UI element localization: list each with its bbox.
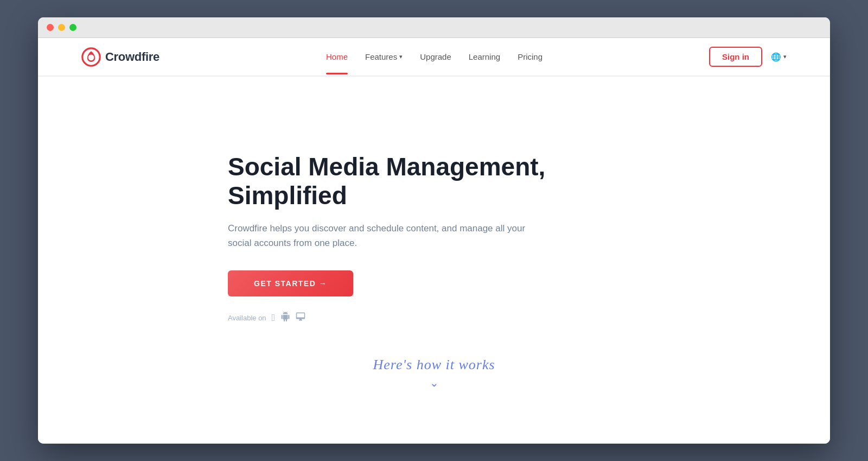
- logo-icon: [81, 47, 101, 67]
- nav-item-learning[interactable]: Learning: [469, 52, 500, 62]
- nav-link-pricing[interactable]: Pricing: [518, 52, 542, 61]
- desktop-icon: [296, 312, 305, 324]
- browser-window: Crowdfire Home Features ▾ Upgrade Learni…: [38, 17, 830, 443]
- sign-in-button[interactable]: Sign in: [709, 47, 762, 67]
- traffic-light-yellow[interactable]: [58, 24, 65, 31]
- nav-link-upgrade[interactable]: Upgrade: [420, 52, 451, 61]
- nav-item-home[interactable]: Home: [326, 52, 348, 62]
- apple-icon: : [272, 312, 276, 324]
- android-icon: [280, 312, 290, 324]
- navbar: Crowdfire Home Features ▾ Upgrade Learni…: [38, 38, 830, 76]
- nav-item-pricing[interactable]: Pricing: [518, 52, 542, 62]
- logo[interactable]: Crowdfire: [81, 47, 159, 67]
- browser-chrome: [38, 17, 830, 38]
- browser-content: Crowdfire Home Features ▾ Upgrade Learni…: [38, 38, 830, 443]
- traffic-light-red[interactable]: [47, 24, 54, 31]
- available-on-text: Available on: [228, 314, 266, 322]
- how-it-works-section: Here's how it works ⌄: [81, 346, 787, 411]
- hero-content: Social Media Management, Simplified Crow…: [228, 153, 545, 324]
- get-started-button[interactable]: GET STARTED →: [228, 270, 353, 296]
- nav-link-home[interactable]: Home: [326, 52, 348, 61]
- hero-title: Social Media Management, Simplified: [228, 153, 545, 210]
- nav-links: Home Features ▾ Upgrade Learning Pricing: [326, 52, 542, 62]
- chevron-down-icon: ▾: [399, 53, 403, 60]
- hero-section: Social Media Management, Simplified Crow…: [38, 77, 830, 443]
- traffic-light-green[interactable]: [69, 24, 76, 31]
- nav-item-features[interactable]: Features ▾: [365, 52, 403, 61]
- nav-link-learning[interactable]: Learning: [469, 52, 500, 61]
- globe-icon: 🌐: [771, 52, 781, 62]
- logo-text: Crowdfire: [105, 50, 159, 64]
- how-it-works-chevron[interactable]: ⌄: [81, 376, 787, 389]
- platform-icons: : [272, 312, 306, 324]
- nav-item-upgrade[interactable]: Upgrade: [420, 52, 451, 62]
- nav-link-features[interactable]: Features ▾: [365, 52, 403, 61]
- nav-right: Sign in 🌐 ▾: [709, 47, 787, 67]
- available-on: Available on : [228, 312, 545, 324]
- svg-point-1: [88, 54, 94, 60]
- chevron-down-icon: ▾: [783, 53, 787, 60]
- how-it-works-text[interactable]: Here's how it works: [373, 357, 495, 372]
- language-selector[interactable]: 🌐 ▾: [771, 52, 787, 62]
- hero-subtitle: Crowdfire helps you discover and schedul…: [228, 221, 542, 250]
